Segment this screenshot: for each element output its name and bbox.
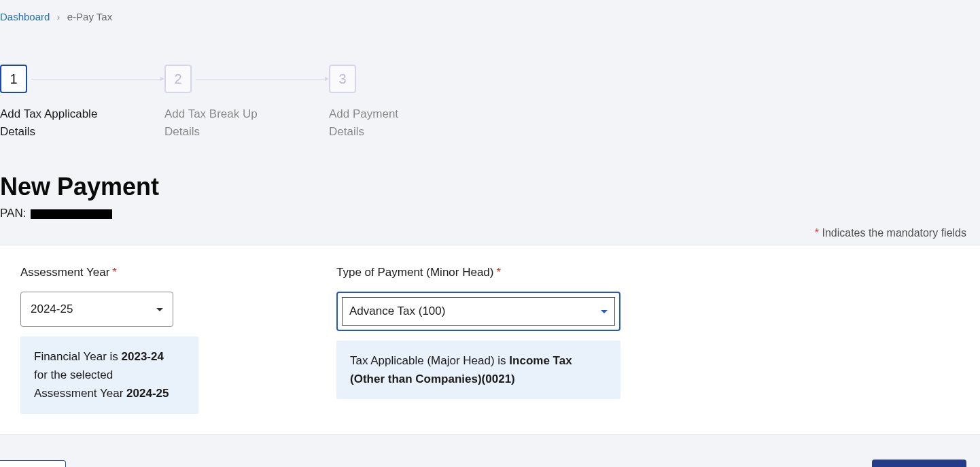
payment-type-select[interactable]: Advance Tax (100)	[336, 292, 620, 331]
caret-down-icon	[156, 308, 163, 311]
breadcrumb: Dashboard › e-Pay Tax	[0, 0, 980, 31]
breadcrumb-current: e-Pay Tax	[67, 11, 112, 22]
mandatory-text: Indicates the mandatory fields	[819, 227, 966, 239]
back-button[interactable]: ‹ Back	[0, 460, 66, 467]
assessment-year-column: Assessment Year* 2024-25 Financial Year …	[20, 266, 336, 414]
assessment-year-info: Financial Year is 2023-24 for the select…	[20, 336, 198, 414]
assessment-year-select[interactable]: 2024-25	[20, 292, 173, 327]
continue-button[interactable]: Continue ›	[872, 460, 966, 467]
step-3-box: 3	[329, 65, 356, 93]
payment-type-info: Tax Applicable (Major Head) is Income Ta…	[336, 341, 620, 399]
mandatory-note: * Indicates the mandatory fields	[0, 227, 980, 239]
step-3-label: Add Payment Details	[329, 105, 424, 140]
assessment-year-value: 2024-25	[31, 302, 73, 316]
breadcrumb-separator: ›	[57, 11, 60, 22]
step-connector-2	[196, 79, 325, 80]
breadcrumb-dashboard[interactable]: Dashboard	[0, 11, 50, 22]
step-2-box: 2	[164, 65, 192, 93]
form-card: Assessment Year* 2024-25 Financial Year …	[0, 245, 980, 435]
step-2: 2 Add Tax Break Up Details	[164, 65, 329, 140]
payment-type-label: Type of Payment (Minor Head)*	[336, 266, 620, 279]
assessment-year-label: Assessment Year*	[20, 266, 336, 279]
payment-type-value: Advance Tax (100)	[349, 305, 445, 318]
step-1-label: Add Tax Applicable Details	[0, 105, 116, 140]
required-asterisk-icon: *	[112, 266, 117, 279]
pan-label: PAN:	[0, 207, 26, 220]
pan-row: PAN:	[0, 207, 980, 220]
step-1: 1 Add Tax Applicable Details	[0, 65, 164, 140]
page-title: New Payment	[0, 173, 980, 201]
step-3: 3 Add Payment Details	[329, 65, 424, 140]
caret-down-icon	[601, 310, 608, 313]
step-1-box: 1	[0, 65, 27, 93]
step-connector-1	[31, 79, 160, 80]
footer-actions: ‹ Back Continue ›	[0, 435, 980, 467]
stepper: 1 Add Tax Applicable Details 2 Add Tax B…	[0, 31, 980, 140]
pan-value-redacted	[31, 209, 112, 219]
payment-type-column: Type of Payment (Minor Head)* Advance Ta…	[336, 266, 620, 414]
step-2-label: Add Tax Break Up Details	[164, 105, 280, 140]
required-asterisk-icon: *	[496, 266, 501, 279]
